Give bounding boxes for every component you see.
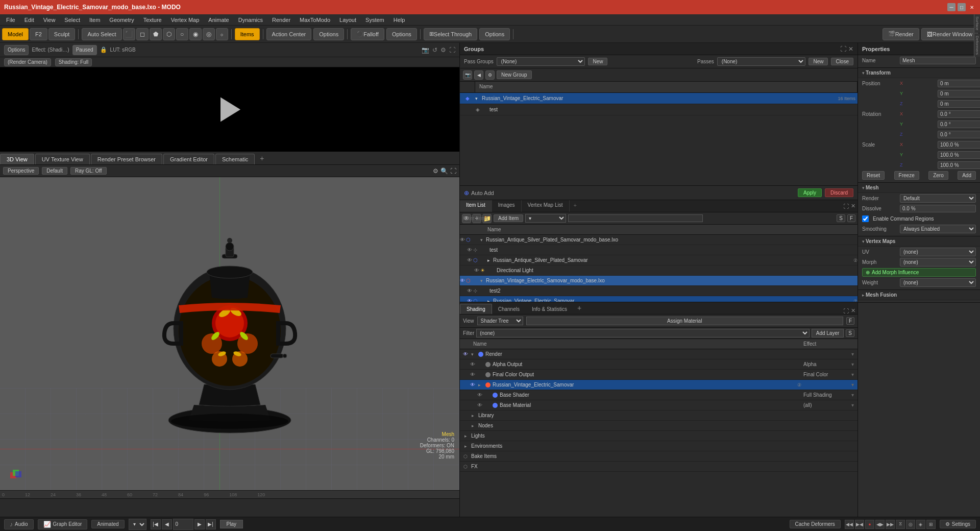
timeline-ruler[interactable]: 0 12 24 36 48 60 72 84 96 108 120 [0,491,459,499]
tab-info-stats[interactable]: Info & Statistics [526,304,573,314]
render-button[interactable]: 🎬 Render [883,28,919,40]
s-button[interactable]: S [837,214,845,222]
groups-content[interactable]: ◆ ▾ Russian_Vintage_Electric_Samovar 16 … [460,93,857,185]
animated-button[interactable]: Animated [91,520,124,528]
menu-render[interactable]: Render [268,16,295,24]
sculpt-button[interactable]: Sculpt [48,28,76,40]
shading-item-final-color[interactable]: 👁 Final Color Output Final Color ▾ [460,370,857,380]
preview-viewport[interactable] [0,67,459,152]
item-vis-icon[interactable]: 👁 [462,214,471,223]
smoothing-dropdown[interactable]: Always Enabled [900,225,976,233]
camera-dropdown[interactable]: (Render Camera) [4,58,51,66]
tab-gradient-editor[interactable]: Gradient Editor [163,154,214,164]
tool-icon-1[interactable]: ⬛ [123,28,135,40]
tool-icon-6[interactable]: ◉ [189,28,202,40]
filter-items-input[interactable] [568,214,703,222]
shading-f-button[interactable]: F [846,317,854,325]
tool-icon-8[interactable]: ⬦ [216,28,228,40]
graph-editor-button[interactable]: 📈 Graph Editor [38,519,88,529]
falloff-button[interactable]: ⚫ Falloff [351,28,384,40]
scale-x-input[interactable] [938,141,980,149]
add-shading-tab[interactable]: + [573,302,585,314]
items-button[interactable]: Items [235,28,260,40]
close-item-list-icon[interactable]: ✕ [851,203,855,209]
close-pass-button[interactable]: Close [831,58,853,65]
filter-dropdown[interactable]: (none) [476,329,810,337]
options-button-1[interactable]: Options [313,28,344,40]
position-y-input[interactable] [938,90,980,98]
shading-item-bake[interactable]: ⬡ Bake Items [460,451,857,462]
group-item-samovar[interactable]: ◆ ▾ Russian_Vintage_Electric_Samovar 16 … [460,93,857,104]
menu-help[interactable]: Help [389,16,409,24]
animated-dropdown[interactable]: ▾ [129,519,146,530]
timeline-track[interactable] [0,499,459,517]
shading-item-environments[interactable]: ▸ Environments [460,441,857,451]
morph-dropdown[interactable]: (none) [900,258,976,267]
transform-header[interactable]: ▾ Transform [858,68,980,78]
list-item[interactable]: 👁 ⊹ test2 [460,286,857,296]
expand-shading-icon[interactable]: ⛶ [843,308,849,314]
list-item[interactable]: 👁 ⬡ ▸ Russian_Vintage_Electric_Samovar ② [460,296,857,302]
tool-icon-7[interactable]: ◎ [203,28,215,40]
shading-content[interactable]: 👁 ▾ Render ▾ 👁 Alpha Output Alph [460,349,857,517]
menu-view[interactable]: View [39,16,60,24]
menu-layout[interactable]: Layout [335,16,360,24]
menu-maxtomodo[interactable]: MaxToModo [296,16,334,24]
list-item[interactable]: 👁 ⬡ ▾ Russian_Vintage_Electric_Samovar_m… [460,276,857,286]
position-z-input[interactable] [938,100,980,108]
add-button[interactable]: Add [958,171,976,180]
tab-schematic[interactable]: Schematic [215,154,255,164]
add-layer-button[interactable]: Add Layer [812,329,844,337]
apply-button[interactable]: Apply [798,188,822,197]
f-button[interactable]: F [847,214,855,222]
position-x-input[interactable] [938,80,980,87]
menu-geometry[interactable]: Geometry [105,16,138,24]
rotation-y-input[interactable] [938,120,980,128]
shading-item-nodes[interactable]: ▸ Nodes [460,421,857,431]
options-button-3[interactable]: Options [479,28,510,40]
transport-icon-1[interactable]: ◀◀ [845,520,854,529]
tab-item-list[interactable]: Item List [460,200,492,212]
freeze-button[interactable]: Freeze [894,171,919,180]
menu-texture[interactable]: Texture [139,16,166,24]
shading-s-button[interactable]: S [846,329,854,337]
discard-button[interactable]: Discard [825,188,853,197]
shading-item-library[interactable]: ▸ Library [460,411,857,421]
shading-item-samovar[interactable]: 👁 ▸ Russian_Vintage_Electric_Samovar ② ▾ [460,380,857,390]
groups-icon-3[interactable]: ⚙ [485,70,495,80]
gear-icon[interactable]: ⚙ [433,167,438,175]
frame-input[interactable] [173,519,193,530]
default-button[interactable]: Default [42,167,67,175]
pass-groups-dropdown[interactable]: (None) [497,57,585,66]
shading-dropdown[interactable]: Shading: Full [55,58,92,66]
transport-icon-4[interactable]: ▶▶ [886,520,895,529]
tool-icon-3[interactable]: ⬟ [150,28,162,40]
next-end-button[interactable]: ▶| [206,519,216,529]
expand-groups-icon[interactable]: ⛶ [840,45,846,53]
play-button[interactable]: Play [220,520,243,528]
menu-edit[interactable]: Edit [20,16,38,24]
options-top-button[interactable]: Options [4,45,29,55]
weight-dropdown[interactable]: (none) [900,278,976,287]
prev-frame-button[interactable]: ◀ [162,519,172,529]
vertex-maps-header[interactable]: ▾ Vertex Maps [858,236,980,247]
maximize-button[interactable]: □ [958,3,966,11]
list-item[interactable]: 👁 ☀ Directional Light [460,266,857,276]
next-frame-button[interactable]: ▶ [194,519,205,529]
rotation-x-input[interactable] [938,110,980,118]
audio-button[interactable]: ♪ Audio [4,519,34,529]
menu-item[interactable]: Item [85,16,104,24]
model-button[interactable]: Model [2,28,29,40]
perspective-button[interactable]: Perspective [3,167,39,175]
shading-item-render[interactable]: 👁 ▾ Render ▾ [460,349,857,359]
transport-icon-7[interactable]: ◈ [916,520,925,529]
play-button[interactable] [214,94,245,125]
shading-item-base-shader[interactable]: 👁 Base Shader Full Shading ▾ [460,390,857,400]
transport-icon-5[interactable]: ⧖ [896,520,905,529]
record-button[interactable]: ● [865,520,874,529]
assign-material-button[interactable]: Assign Material [526,317,843,325]
search-icon[interactable]: 🔍 [440,167,448,175]
tool-icon-5[interactable]: ○ [176,28,188,40]
menu-system[interactable]: System [361,16,388,24]
scale-y-input[interactable] [938,151,980,159]
